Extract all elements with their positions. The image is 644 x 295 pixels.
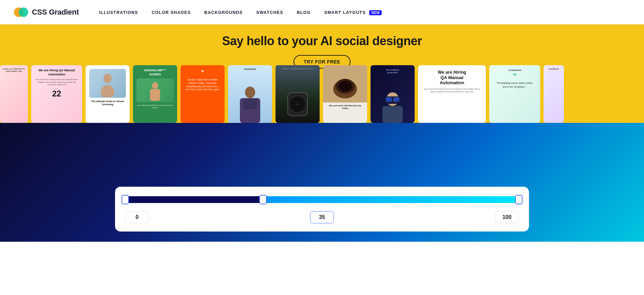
logo-icon [14,5,29,20]
svg-point-4 [152,82,158,89]
svg-point-1 [19,7,28,17]
nav-link-blog[interactable]: BLOG [297,10,311,15]
new-badge: NEW [369,10,382,15]
card-guide: The Ultimate Guide to Tenant Screening [86,65,130,123]
slider-values: 0 35 100 [125,211,519,223]
slider-track-wrapper [125,195,519,204]
nav-item-smart-layouts[interactable]: SMART LAYOUTS NEW [324,9,382,15]
slider-value-mid[interactable]: 35 [310,211,334,223]
card-hiring-white: We are HiringQA ManualAutomation Join ou… [418,65,486,123]
card-partial-right: YourBrand [544,65,564,123]
logo-title: CSS Gradient [32,8,79,17]
svg-point-6 [245,87,255,98]
slider-value-left[interactable]: 0 [125,211,149,223]
hero-cards-row: LEVEL OF CREATIVITYEXPLORING THE We are … [0,58,644,123]
navbar: CSS Gradient ILLUSTRATIONS COLOR SHADES … [0,0,644,24]
slider-track [125,196,519,203]
svg-rect-5 [150,89,160,101]
nav-item-color-shades[interactable]: COLOR SHADES [152,9,191,15]
nav-link-backgrounds[interactable]: BACKGROUNDS [204,10,243,15]
card-vr: The evolutionof the OP-1 [371,65,415,123]
slider-handle-left[interactable] [121,195,129,204]
card-watch: ⧖ On Brand™ Featuring Introducing The O-… [276,65,320,123]
gradient-section: 0 35 100 [0,123,644,242]
svg-rect-8 [243,99,257,109]
card-yourbrand-blue: YourBrand [228,65,272,123]
svg-point-3 [101,85,114,97]
slider-handle-right[interactable] [515,195,523,204]
card-hiring-pink: We are Hiring QA Manual Automation Join … [31,65,82,123]
card-hiring-pink-title: We are Hiring QA Manual Automation [35,69,79,76]
card-coffee: Rise and shine with Morning Cup Coffee [323,65,367,123]
nav-link-illustrations[interactable]: ILLUSTRATIONS [99,10,138,15]
svg-point-12 [338,81,352,92]
nav-item-illustrations[interactable]: ILLUSTRATIONS [99,9,138,15]
card-visioncamp: VISIONCAMP™GUIDES Learn about the import… [133,65,177,123]
svg-rect-14 [382,106,403,123]
nav-item-blog[interactable]: BLOG [297,9,311,15]
slider-container: 0 35 100 [115,187,529,232]
nav-link-color-shades[interactable]: COLOR SHADES [152,10,191,15]
nav-item-swatches[interactable]: SWATCHES [256,9,283,15]
svg-rect-17 [393,97,399,102]
svg-point-2 [103,74,112,83]
logo-area[interactable]: CSS Gradient [14,5,79,20]
nav-links: ILLUSTRATIONS COLOR SHADES BACKGROUNDS S… [99,9,382,15]
card-quote-green: YourBrand " "If everything seems under c… [489,65,540,123]
hero-headline: Say hello to your AI social designer [14,34,630,48]
hero-banner: Say hello to your AI social designer TRY… [0,24,644,123]
slider-handle-mid[interactable] [259,195,267,204]
nav-item-backgrounds[interactable]: BACKGROUNDS [204,9,243,15]
nav-link-smart-layouts[interactable]: SMART LAYOUTS NEW [324,10,382,15]
card-orange-quote: " My trip to Japan was incredible thanks… [181,65,225,123]
slider-value-right[interactable]: 100 [495,211,519,223]
nav-link-swatches[interactable]: SWATCHES [256,10,283,15]
svg-rect-16 [386,97,392,102]
card-partial-left: LEVEL OF CREATIVITYEXPLORING THE [0,65,28,123]
